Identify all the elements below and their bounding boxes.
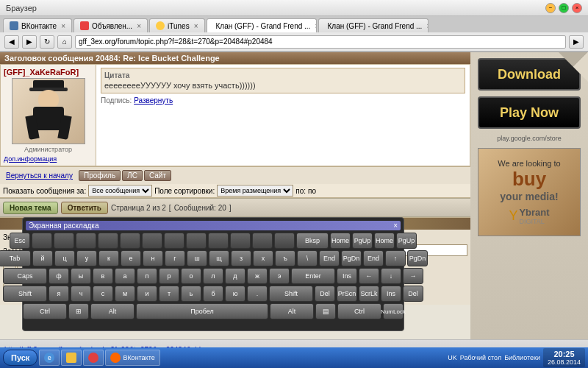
key-v[interactable]: в <box>93 268 113 284</box>
key-p[interactable]: п <box>137 268 157 284</box>
refresh-button[interactable]: ↻ <box>40 35 54 49</box>
start-button[interactable]: Пуск <box>3 350 37 366</box>
key-f7[interactable] <box>164 233 184 249</box>
maximize-button[interactable]: □ <box>559 3 569 13</box>
key-f3[interactable] <box>76 233 96 249</box>
key-ya[interactable]: я <box>49 286 69 302</box>
taskbar-browser-item[interactable]: ВКонтакте <box>105 350 159 366</box>
key-yu[interactable]: ю <box>225 286 245 302</box>
home-button[interactable]: ⌂ <box>57 35 72 49</box>
close-button[interactable]: × <box>572 3 582 13</box>
key-t[interactable]: т <box>159 286 179 302</box>
key-dot[interactable]: . <box>247 286 268 302</box>
tab-itunes[interactable]: iTunes × <box>149 18 205 32</box>
key-j[interactable]: й <box>32 250 53 266</box>
key-prtscn[interactable]: PrScn <box>337 286 357 302</box>
key-backspace[interactable]: Bksp <box>296 233 329 249</box>
tab-close-icon[interactable]: × <box>137 22 141 30</box>
site-button[interactable]: Сайт <box>144 170 171 181</box>
key-pgup1[interactable]: PgUp <box>352 233 373 249</box>
key-z[interactable]: з <box>231 250 251 266</box>
key-f5[interactable] <box>120 233 140 249</box>
tab-clan1[interactable]: Клан (GFF) - Grand Frend ... × <box>207 18 317 32</box>
expand-link[interactable]: Развернуть <box>134 96 173 105</box>
url-input[interactable] <box>75 35 566 49</box>
key-alt-right[interactable]: Alt <box>270 303 314 319</box>
key-pgdn[interactable]: PgDn <box>341 250 362 266</box>
key-del2[interactable]: Del <box>403 286 423 302</box>
key-pgup2[interactable]: PgUp <box>396 233 417 249</box>
back-button[interactable]: ◀ <box>4 35 19 49</box>
key-f10[interactable] <box>230 233 251 249</box>
key-enter[interactable]: Enter <box>291 268 335 284</box>
user-info-link[interactable]: Доп.информация <box>4 155 57 163</box>
key-sh[interactable]: ш <box>187 250 207 266</box>
minimize-button[interactable]: − <box>545 3 556 13</box>
tab-vk[interactable]: ВКонтакте × <box>3 18 72 32</box>
filter-select[interactable]: Все сообщения <box>88 185 152 197</box>
key-u[interactable]: у <box>76 250 97 266</box>
key-a[interactable]: а <box>115 268 135 284</box>
key-win[interactable]: ⊞ <box>68 303 89 319</box>
key-del[interactable]: Del <box>315 286 335 302</box>
key-f4[interactable] <box>98 233 118 249</box>
key-hrd[interactable]: ъ <box>275 250 295 266</box>
key-f-ru[interactable]: ф <box>49 268 69 284</box>
key-ctrl-right[interactable]: Ctrl <box>337 303 381 319</box>
profile-button[interactable]: Профиль <box>79 170 121 181</box>
key-kh[interactable]: х <box>253 250 273 266</box>
key-end[interactable]: End <box>319 250 340 266</box>
key-esc[interactable]: Esc <box>10 233 30 249</box>
key-f2[interactable] <box>54 233 74 249</box>
key-r[interactable]: р <box>159 268 179 284</box>
key-ins[interactable]: Ins <box>337 268 357 284</box>
forward-button[interactable]: ▶ <box>22 35 37 49</box>
keyboard-close-button[interactable]: × <box>393 222 398 230</box>
key-shift-right[interactable]: Shift <box>269 286 313 302</box>
key-right-arrow[interactable]: → <box>403 268 423 284</box>
play-now-button[interactable]: Play Now <box>478 96 581 129</box>
key-f8[interactable] <box>186 233 207 249</box>
taskbar-folder-icon[interactable] <box>61 350 82 366</box>
key-home2[interactable]: Home <box>374 233 395 249</box>
tab-close-icon[interactable]: × <box>426 22 428 30</box>
key-y-ru[interactable]: ы <box>71 268 91 284</box>
key-i[interactable]: и <box>137 286 157 302</box>
reply-button[interactable]: Ответить <box>61 202 108 214</box>
key-ch[interactable]: ч <box>71 286 91 302</box>
key-ins2[interactable]: Ins <box>381 286 401 302</box>
key-f11[interactable] <box>252 233 273 249</box>
key-pgdn2[interactable]: PgDn <box>407 250 428 266</box>
store-link[interactable]: play.google.com/store <box>497 135 561 142</box>
key-b[interactable]: б <box>203 286 223 302</box>
key-shch[interactable]: щ <box>209 250 229 266</box>
key-down-arrow[interactable]: ↓ <box>381 268 401 284</box>
key-s[interactable]: с <box>93 286 113 302</box>
key-o[interactable]: о <box>181 268 201 284</box>
key-scrlk[interactable]: ScrLk <box>359 286 379 302</box>
tab-obj[interactable]: Объявлен... × <box>74 18 148 32</box>
key-m[interactable]: м <box>115 286 135 302</box>
go-button[interactable]: ▶ <box>569 35 584 49</box>
key-alt-left[interactable]: Alt <box>90 303 135 319</box>
key-up-arrow[interactable]: ↑ <box>385 250 406 266</box>
key-home1[interactable]: Home <box>330 233 351 249</box>
key-soft[interactable]: ь <box>181 286 201 302</box>
key-app[interactable]: ▤ <box>315 303 336 319</box>
download-button[interactable]: Download <box>478 58 581 91</box>
key-ts[interactable]: ц <box>54 250 75 266</box>
new-topic-button[interactable]: Новая тема <box>3 202 58 214</box>
key-left-arrow[interactable]: ← <box>359 268 379 284</box>
key-f12[interactable] <box>274 233 295 249</box>
key-f6[interactable] <box>142 233 162 249</box>
taskbar-ie-icon[interactable]: e <box>39 350 60 366</box>
key-f1[interactable] <box>32 233 52 249</box>
key-zh[interactable]: ж <box>247 268 268 284</box>
tab-clan2[interactable]: Клан (GFF) - Grand Frend ... × <box>318 18 429 32</box>
key-backslash[interactable]: \ <box>297 250 318 266</box>
key-tab[interactable]: Tab <box>0 250 31 266</box>
key-ctrl-left[interactable]: Ctrl <box>23 303 67 319</box>
key-ye[interactable]: е <box>121 250 141 266</box>
key-n[interactable]: н <box>143 250 163 266</box>
key-l[interactable]: л <box>203 268 223 284</box>
